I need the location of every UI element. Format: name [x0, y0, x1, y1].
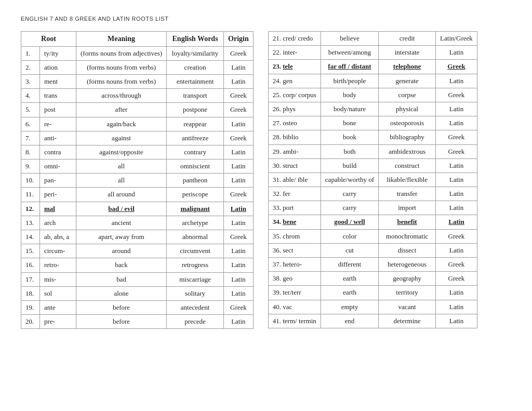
root-cell: mis-	[40, 272, 76, 286]
header-origin: Origin	[224, 32, 254, 47]
origin-cell: Latin	[436, 116, 477, 130]
num-root-cell: 25. corp/ corpus	[268, 88, 321, 102]
meaning-cell: carry	[321, 187, 378, 201]
origin-cell: Latin	[436, 173, 477, 187]
row-number: 36.	[273, 246, 283, 254]
root-cell: ab, abs, a	[40, 230, 76, 244]
origin-cell: Greek	[436, 258, 477, 272]
meaning-cell: far off / distant	[321, 60, 378, 74]
row-number: 13.	[21, 216, 40, 230]
origin-cell: Greek	[224, 188, 254, 202]
num-root-cell: 37. hetero-	[268, 258, 321, 272]
root-cell: post	[40, 103, 76, 117]
origin-cell: Latin	[224, 174, 254, 188]
root-text: gen	[283, 77, 292, 85]
root-text: osteo	[283, 119, 297, 127]
meaning-cell: body	[321, 88, 378, 102]
table-row: 9.omni-allomniscientLatin	[21, 160, 254, 174]
origin-cell: Latin	[436, 314, 477, 328]
origin-cell: Greek	[224, 89, 254, 103]
tables-container: Root Meaning English Words Origin 1.ty/i…	[21, 31, 511, 329]
english-cell: creation	[167, 60, 224, 74]
english-cell: transport	[167, 89, 224, 103]
origin-cell: Greek	[224, 103, 254, 117]
table-row: 40. vacemptyvacantLatin	[268, 300, 477, 314]
meaning-cell: good / well	[321, 215, 378, 229]
table-row: 28. bibliobookbibliographyGreek	[268, 130, 477, 144]
origin-cell: Greek	[224, 131, 254, 145]
table-row: 33. portcarryimportLatin	[268, 201, 477, 215]
meaning-cell: cut	[321, 243, 378, 257]
row-number: 9.	[21, 160, 40, 174]
header-meaning: Meaning	[76, 32, 167, 47]
meaning-cell: apart, away from	[76, 230, 167, 244]
meaning-cell: against/opposite	[76, 145, 167, 159]
num-root-cell: 36. sect	[268, 243, 321, 257]
origin-cell: Latin	[224, 216, 254, 230]
left-table: Root Meaning English Words Origin 1.ty/i…	[21, 31, 254, 329]
origin-cell: Latin	[436, 286, 477, 300]
english-cell: monochromatic	[379, 229, 436, 243]
table-row: 39. ter/terrearthterritoryLatin	[268, 286, 477, 300]
meaning-cell: earth	[321, 272, 378, 286]
origin-cell: Latin	[224, 160, 254, 174]
header-root: Root	[21, 32, 76, 47]
table-row: 3.ment(forms nouns from verbs)entertainm…	[21, 74, 254, 88]
table-row: 27. osteoboneosteoporosisLatin	[268, 116, 477, 130]
meaning-cell: bad / evil	[76, 202, 167, 216]
num-root-cell: 30. struct	[268, 158, 321, 173]
root-cell: ment	[40, 74, 76, 88]
table-row: 36. sectcutdissectLatin	[268, 243, 477, 257]
origin-cell: Latin	[436, 158, 477, 173]
num-root-cell: 32. fer	[268, 187, 321, 201]
meaning-cell: build	[321, 158, 378, 173]
english-cell: interstate	[379, 46, 436, 60]
origin-cell: Latin	[224, 258, 254, 272]
table-row: 10.pan-allpantheonLatin	[21, 174, 254, 188]
table-row: 30. structbuildconstructLatin	[268, 158, 477, 173]
root-cell: arch	[40, 216, 76, 230]
table-row: 24. genbirth/peoplegenerateLatin	[268, 74, 477, 88]
english-cell: abnormal	[167, 230, 224, 244]
root-text: corp/ corpus	[283, 91, 316, 99]
origin-cell: Greek	[436, 88, 477, 102]
meaning-cell: bad	[76, 272, 167, 286]
table-row: 2.ation(forms nouns from verbs)creationL…	[21, 60, 254, 74]
root-cell: re-	[40, 117, 76, 131]
meaning-cell: both	[321, 144, 378, 158]
row-number: 25.	[273, 91, 283, 99]
header-english: English Words	[167, 32, 224, 47]
root-text: term/ termin	[283, 317, 316, 325]
table-row: 7.anti-againstantifreezeGreek	[21, 131, 254, 145]
root-text: inter-	[283, 48, 297, 56]
table-row: 15.circum-aroundcircumventLatin	[21, 244, 254, 258]
num-root-cell: 35. chrom	[268, 229, 321, 243]
meaning-cell: before	[76, 315, 167, 329]
meaning-cell: (forms nouns from verbs)	[76, 74, 167, 88]
origin-cell: Greek	[224, 46, 254, 60]
root-text: hetero-	[283, 260, 302, 268]
english-cell: vacant	[379, 300, 436, 314]
origin-cell: Latin	[436, 201, 477, 215]
english-cell: malignant	[167, 202, 224, 216]
origin-cell: Latin	[436, 243, 477, 257]
row-number: 24.	[273, 77, 283, 85]
root-text: phys	[283, 105, 296, 113]
origin-cell: Greek	[436, 229, 477, 243]
root-cell: peri-	[40, 188, 76, 202]
english-cell: solitary	[167, 286, 224, 300]
english-cell: ambidextrous	[379, 144, 436, 158]
row-number: 23.	[273, 62, 283, 70]
row-number: 6.	[21, 117, 40, 131]
row-number: 35.	[273, 232, 283, 240]
table-row: 29. ambi-bothambidextrousGreek	[268, 144, 477, 158]
english-cell: antecedent	[167, 300, 224, 314]
meaning-cell: end	[321, 314, 378, 328]
origin-cell: Latin	[224, 244, 254, 258]
table-row: 26. physbody/naturephysicalLatin	[268, 102, 477, 116]
row-number: 32.	[273, 190, 283, 197]
meaning-cell: (forms nouns from verbs)	[76, 60, 167, 74]
num-root-cell: 31. able/ ible	[268, 173, 321, 187]
table-row: 5.postafterpostponeGreek	[21, 103, 254, 117]
num-root-cell: 23. tele	[268, 60, 321, 74]
